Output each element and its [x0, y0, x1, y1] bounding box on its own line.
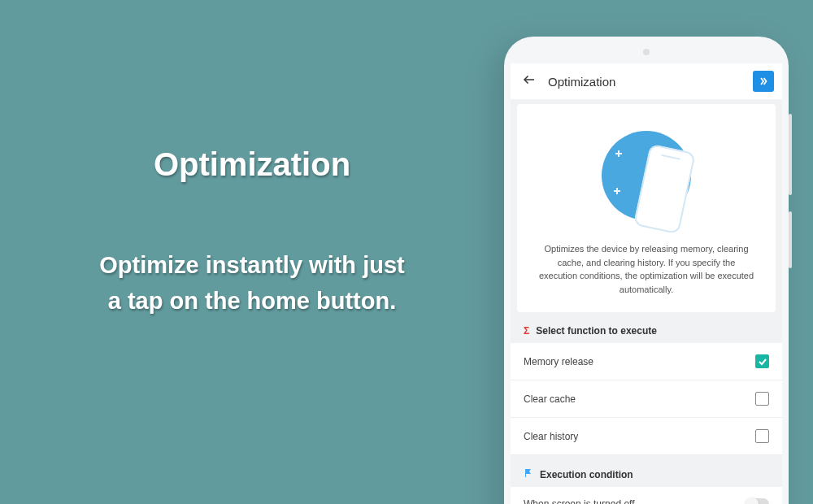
optimization-phone-icon: [589, 119, 703, 232]
page-title: Optimization: [548, 75, 615, 89]
hero-description: Optimizes the device by releasing memory…: [533, 242, 759, 296]
list-item-label: When screen is turned off: [524, 498, 635, 504]
flag-icon: [524, 468, 533, 480]
phone-frame: Optimization: [504, 37, 789, 504]
checkbox-memory-release[interactable]: [755, 354, 769, 368]
promo-title: Optimization: [33, 146, 472, 183]
promo-subtitle: Optimize instantly with just a tap on th…: [33, 248, 472, 319]
promo-panel: Optimization Optimize instantly with jus…: [33, 146, 472, 319]
hero-card: Optimizes the device by releasing memory…: [517, 104, 776, 312]
functions-section-title: Select function to execute: [536, 325, 657, 337]
list-item-clear-cache[interactable]: Clear cache: [511, 380, 782, 418]
promo-subtitle-line2: a tap on the home button.: [33, 284, 472, 319]
checkbox-clear-cache[interactable]: [755, 392, 769, 406]
list-item-label: Memory release: [524, 356, 593, 367]
phone-screen: Optimization: [511, 63, 782, 504]
phone-side-button: [789, 211, 792, 268]
sigma-icon: Σ: [524, 325, 529, 337]
conditions-section: Execution condition When screen is turne…: [511, 468, 782, 504]
svg-point-5: [682, 180, 685, 184]
phone-side-button-upper: [789, 114, 792, 195]
promo-subtitle-line1: Optimize instantly with just: [33, 248, 472, 284]
functions-section: Σ Select function to execute Memory rele…: [511, 325, 782, 455]
list-item-screen-off[interactable]: When screen is turned off: [511, 487, 782, 504]
conditions-section-title: Execution condition: [540, 469, 633, 480]
checkbox-clear-history[interactable]: [755, 429, 769, 443]
list-item-label: Clear history: [524, 431, 578, 442]
back-arrow-icon[interactable]: [522, 72, 548, 91]
toggle-screen-off[interactable]: [746, 498, 769, 504]
list-item-memory-release[interactable]: Memory release: [511, 343, 782, 380]
list-item-label: Clear cache: [524, 393, 576, 405]
app-header: Optimization: [511, 63, 782, 99]
forward-action-button[interactable]: [753, 71, 774, 92]
list-item-clear-history[interactable]: Clear history: [511, 418, 782, 455]
conditions-section-header: Execution condition: [511, 468, 782, 487]
functions-section-header: Σ Select function to execute: [511, 325, 782, 343]
